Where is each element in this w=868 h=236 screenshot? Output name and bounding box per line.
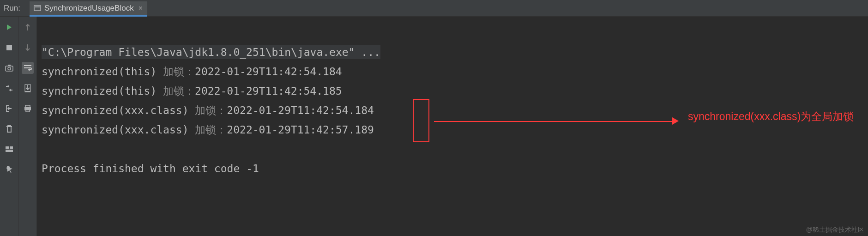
left-toolbar-1 (0, 17, 18, 236)
command-line: "C:\Program Files\Java\jdk1.8.0_251\bin\… (42, 45, 380, 59)
watermark: @稀土掘金技术社区 (806, 226, 864, 234)
fragments-button[interactable] (3, 82, 15, 94)
svg-rect-13 (26, 109, 30, 112)
svg-rect-12 (24, 107, 31, 110)
svg-rect-8 (10, 146, 13, 149)
tab-title: SynchronizedUsageBlock (44, 4, 134, 13)
svg-rect-3 (6, 45, 12, 50)
exit-button[interactable] (3, 103, 15, 115)
up-stack-button[interactable] (22, 21, 34, 33)
annotation-text: synchronized(xxx.class)为全局加锁 (688, 109, 845, 124)
log-line-4: synchronized(xxx.class) 加锁：2022-01-29T11… (42, 124, 374, 136)
highlight-box (413, 99, 429, 142)
svg-rect-9 (6, 150, 13, 152)
trash-button[interactable] (3, 123, 15, 135)
close-tab-icon[interactable]: × (139, 4, 143, 12)
console-output[interactable]: "C:\Program Files\Java\jdk1.8.0_251\bin\… (37, 17, 868, 236)
scroll-to-end-button[interactable] (22, 82, 34, 94)
down-stack-button[interactable] (22, 42, 34, 54)
rerun-button[interactable] (3, 21, 15, 33)
run-config-tab[interactable]: SynchronizedUsageBlock × (30, 1, 147, 17)
log-line-3: synchronized(xxx.class) 加锁：2022-01-29T11… (42, 104, 374, 116)
app-icon (33, 4, 42, 12)
svg-marker-2 (7, 24, 12, 30)
run-body: "C:\Program Files\Java\jdk1.8.0_251\bin\… (0, 17, 868, 236)
exit-line: Process finished with exit code -1 (42, 163, 259, 175)
layout-button[interactable] (3, 143, 15, 155)
svg-rect-0 (34, 6, 41, 11)
annotation-arrow (434, 119, 683, 124)
svg-rect-4 (6, 66, 13, 71)
svg-rect-11 (25, 105, 30, 107)
screenshot-button[interactable] (3, 62, 15, 74)
log-line-1: synchronized(this) 加锁：2022-01-29T11:42:5… (42, 66, 342, 78)
svg-rect-1 (35, 6, 40, 7)
print-button[interactable] (22, 103, 34, 115)
svg-point-5 (8, 67, 11, 70)
stop-button[interactable] (3, 42, 15, 54)
log-line-2: synchronized(this) 加锁：2022-01-29T11:42:5… (42, 85, 342, 97)
soft-wrap-button[interactable] (22, 62, 34, 74)
svg-rect-7 (6, 146, 9, 149)
pin-button[interactable] (3, 163, 15, 175)
run-label: Run: (4, 4, 30, 13)
svg-rect-6 (8, 65, 11, 66)
left-toolbar-2 (18, 17, 37, 236)
run-tool-header: Run: SynchronizedUsageBlock × (0, 0, 868, 17)
